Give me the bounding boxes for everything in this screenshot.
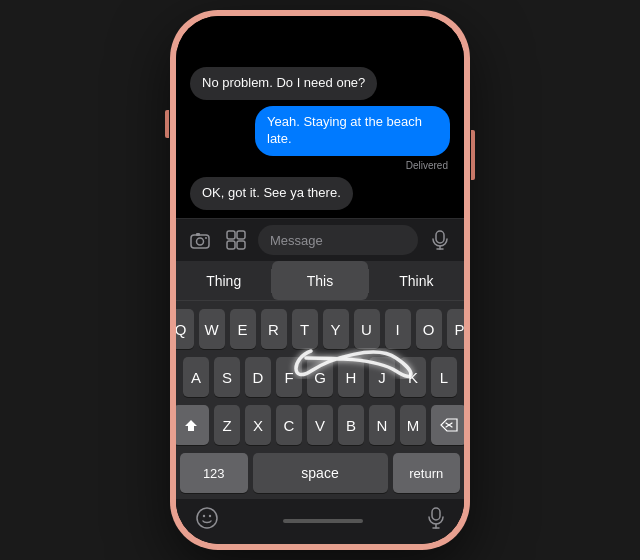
key-b[interactable]: B: [338, 405, 364, 445]
key-p[interactable]: P: [447, 309, 465, 349]
input-toolbar: Message: [176, 218, 464, 261]
autocomplete-bar: Thing This Think: [176, 261, 464, 301]
key-g[interactable]: G: [307, 357, 333, 397]
bottom-bar: [176, 499, 464, 544]
autocomplete-this[interactable]: This: [272, 261, 367, 300]
key-h[interactable]: H: [338, 357, 364, 397]
delivered-label: Delivered: [190, 160, 448, 171]
key-u[interactable]: U: [354, 309, 380, 349]
key-f[interactable]: F: [276, 357, 302, 397]
svg-rect-5: [237, 231, 245, 239]
keyboard-row-2: A S D F G H J K L: [180, 357, 460, 397]
keyboard-row-4: 123 space return: [180, 453, 460, 493]
autocomplete-think[interactable]: Think: [369, 261, 464, 300]
key-d[interactable]: D: [245, 357, 271, 397]
key-r[interactable]: R: [261, 309, 287, 349]
key-x[interactable]: X: [245, 405, 271, 445]
appstore-icon[interactable]: [222, 226, 250, 254]
key-m[interactable]: M: [400, 405, 426, 445]
key-n[interactable]: N: [369, 405, 395, 445]
key-backspace[interactable]: [431, 405, 464, 445]
phone-frame: No problem. Do I need one? Yeah. Staying…: [170, 10, 470, 550]
key-shift[interactable]: [176, 405, 209, 445]
key-y[interactable]: Y: [323, 309, 349, 349]
keyboard-container: Q W E R T Y U I O P A S D F G: [176, 301, 464, 499]
camera-icon[interactable]: [186, 226, 214, 254]
key-q[interactable]: Q: [176, 309, 194, 349]
svg-point-14: [203, 515, 205, 517]
svg-rect-7: [237, 241, 245, 249]
message-bubble-2: Yeah. Staying at the beach late.: [255, 106, 450, 156]
key-o[interactable]: O: [416, 309, 442, 349]
svg-rect-6: [227, 241, 235, 249]
svg-rect-8: [436, 231, 444, 243]
key-e[interactable]: E: [230, 309, 256, 349]
home-indicator: [283, 519, 363, 523]
svg-rect-0: [191, 235, 209, 248]
voice-mic-icon[interactable]: [428, 507, 444, 534]
key-return[interactable]: return: [393, 453, 461, 493]
key-v[interactable]: V: [307, 405, 333, 445]
svg-point-1: [197, 238, 204, 245]
message-bubble-1: No problem. Do I need one?: [190, 67, 377, 100]
message-bubble-3: OK, got it. See ya there.: [190, 177, 353, 210]
keyboard-row-1: Q W E R T Y U I O P: [180, 309, 460, 349]
svg-point-3: [205, 237, 207, 239]
svg-point-15: [209, 515, 211, 517]
key-i[interactable]: I: [385, 309, 411, 349]
key-a[interactable]: A: [183, 357, 209, 397]
key-c[interactable]: C: [276, 405, 302, 445]
mic-icon[interactable]: [426, 226, 454, 254]
key-numbers[interactable]: 123: [180, 453, 248, 493]
keyboard-row-3: Z X C V B N M: [180, 405, 460, 445]
key-space[interactable]: space: [253, 453, 388, 493]
key-z[interactable]: Z: [214, 405, 240, 445]
key-j[interactable]: J: [369, 357, 395, 397]
key-t[interactable]: T: [292, 309, 318, 349]
key-l[interactable]: L: [431, 357, 457, 397]
key-w[interactable]: W: [199, 309, 225, 349]
autocomplete-thing[interactable]: Thing: [176, 261, 271, 300]
message-input[interactable]: Message: [258, 225, 418, 255]
emoji-icon[interactable]: [196, 507, 218, 534]
keyboard: Q W E R T Y U I O P A S D F G: [176, 301, 464, 499]
key-s[interactable]: S: [214, 357, 240, 397]
svg-rect-4: [227, 231, 235, 239]
svg-point-13: [197, 508, 217, 528]
svg-rect-16: [432, 508, 440, 520]
messages-area: No problem. Do I need one? Yeah. Staying…: [176, 16, 464, 218]
key-k[interactable]: K: [400, 357, 426, 397]
svg-rect-2: [196, 233, 200, 236]
phone-screen: No problem. Do I need one? Yeah. Staying…: [176, 16, 464, 544]
